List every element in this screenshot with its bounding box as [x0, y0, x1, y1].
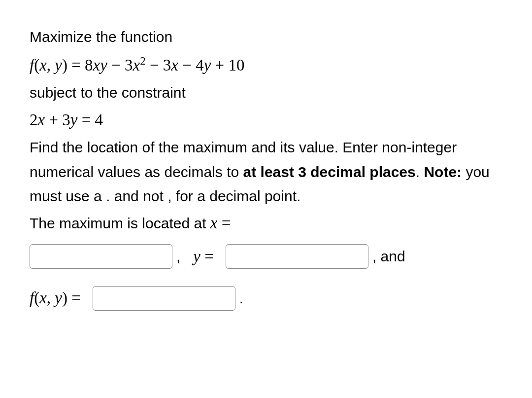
instruction-text: Find the location of the maximum and its…	[30, 135, 508, 209]
constraint-equation: 2x + 3y = 4	[30, 108, 508, 133]
maximum-text: The maximum is located at	[30, 215, 210, 231]
maximum-location-text: The maximum is located at x =	[30, 210, 508, 236]
and-text: , and	[372, 244, 405, 269]
x-input[interactable]	[30, 244, 172, 269]
instruction-bold2: Note:	[424, 164, 462, 180]
fxy-input-row: f(x, y) = .	[30, 285, 508, 311]
intro-text: Maximize the function	[30, 25, 508, 49]
subject-text: subject to the constraint	[30, 80, 508, 105]
instruction-bold1: at least 3 decimal places	[243, 164, 416, 180]
period: .	[239, 286, 243, 311]
xy-input-row: , y = , and	[30, 243, 508, 270]
y-input[interactable]	[226, 244, 368, 269]
function-equation: f(x, y) = 8xy − 3x2 − 3x − 4y + 10	[30, 52, 508, 78]
y-label: y =	[193, 243, 214, 270]
fxy-label: f(x, y) =	[30, 285, 81, 311]
comma1: ,	[176, 244, 180, 269]
problem-content: Maximize the function f(x, y) = 8xy − 3x…	[30, 25, 508, 312]
fxy-input[interactable]	[93, 286, 235, 311]
instruction-part2: .	[416, 164, 424, 180]
